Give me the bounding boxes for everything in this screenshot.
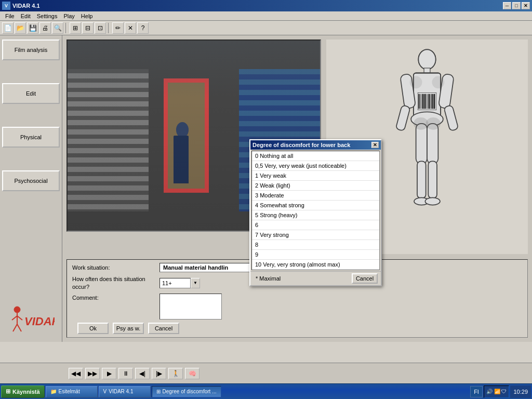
maximal-item[interactable]: * Maximal — [254, 275, 352, 282]
sidebar-item-film-analysis[interactable]: Film analysis — [2, 39, 60, 60]
list-item[interactable]: 7 Very strong — [252, 230, 379, 240]
rewind-button[interactable]: ◀◀ — [69, 368, 83, 379]
window-controls: ─ □ ✕ — [503, 2, 530, 9]
tray-icons: 🔊 📶 🛡 — [486, 389, 507, 394]
fast-forward-button[interactable]: ▶▶ — [85, 368, 100, 379]
svg-rect-32 — [428, 161, 437, 198]
taskbar-vidar[interactable]: V VIDAR 4.1 — [99, 386, 151, 397]
start-label: Käynnistä — [12, 389, 40, 395]
ok-button[interactable]: Ok — [77, 323, 109, 334]
dropdown-arrow-icon[interactable]: ▼ — [191, 278, 200, 288]
minimize-button[interactable]: ─ — [503, 2, 511, 9]
list-item[interactable]: 2 Weak (light) — [252, 181, 379, 191]
frequency-input[interactable]: 11+ — [159, 278, 191, 288]
svg-point-8 — [418, 49, 435, 69]
discomfort-dialog[interactable]: Degree of discomfort for lower back ✕ 0 … — [249, 139, 382, 286]
list-item[interactable]: 1 Very weak — [252, 171, 379, 181]
svg-line-5 — [17, 324, 21, 331]
comment-row: Comment: — [72, 294, 522, 320]
app-icon: V — [2, 2, 10, 10]
tool2-button[interactable]: ⊟ — [82, 22, 94, 34]
language-indicator[interactable]: FI — [470, 386, 483, 397]
taskbar-esitelmat[interactable]: 📁 Esitelmät — [46, 386, 98, 397]
svg-point-0 — [14, 307, 20, 313]
find-button[interactable]: 🔍 — [52, 22, 63, 34]
list-item[interactable]: 10 Very, very strong (almost max) — [252, 260, 379, 270]
sidebar-item-psychosocial[interactable]: Psychosocial — [2, 170, 60, 191]
frequency-dropdown[interactable]: 11+ ▼ — [159, 278, 200, 288]
delete-button[interactable]: ✕ — [125, 22, 136, 34]
menu-settings[interactable]: Settings — [34, 12, 61, 20]
tool1-button[interactable]: ⊞ — [70, 22, 81, 34]
comment-label: Comment: — [72, 295, 155, 301]
situation-value: Manual material handlin — [159, 263, 263, 272]
help-toolbar-button[interactable]: ? — [137, 22, 149, 34]
folder-icon: 📁 — [50, 389, 57, 394]
svg-point-35 — [410, 76, 422, 88]
toolbar: 📄 📂 💾 🖨 🔍 ⊞ ⊟ ⊡ ✏ ✕ ? — [0, 21, 532, 35]
menu-play[interactable]: Play — [60, 12, 77, 20]
tool3-button[interactable]: ⊡ — [95, 22, 106, 34]
cancel-button[interactable]: Cancel — [148, 323, 179, 334]
sidebar-item-physical[interactable]: Physical — [2, 127, 60, 148]
svg-line-2 — [12, 316, 17, 320]
dialog-cancel-button[interactable]: Cancel — [352, 273, 378, 284]
title-bar-text: VIDAR 4.1 — [12, 3, 40, 9]
vidar-taskbar-icon: V — [103, 389, 107, 394]
list-item[interactable]: 6 — [252, 220, 379, 230]
comment-box[interactable] — [159, 294, 222, 320]
menu-file[interactable]: File — [2, 12, 18, 20]
start-button[interactable]: ⊞ Käynnistä — [1, 385, 45, 398]
toolbar-sep1 — [65, 23, 68, 33]
system-tray: 🔊 📶 🛡 — [484, 385, 510, 398]
pause-button[interactable]: ⏸ — [118, 368, 133, 379]
menu-help[interactable]: Help — [78, 12, 96, 20]
vidar-logo: VIDAR — [8, 304, 55, 336]
taskbar-discomfort[interactable]: ⊞ Degree of discomfort ... — [152, 386, 221, 397]
save-button[interactable]: 💾 — [27, 22, 38, 34]
next-frame-button[interactable]: |▶ — [152, 368, 166, 379]
list-item[interactable]: 9 — [252, 250, 379, 260]
toolbar-sep2 — [108, 23, 110, 33]
maximize-button[interactable]: □ — [512, 2, 521, 9]
list-item[interactable]: 5 Strong (heavy) — [252, 210, 379, 220]
list-item[interactable]: 0,5 Very, very weak (just noticeable) — [252, 161, 379, 171]
svg-rect-9 — [424, 68, 430, 73]
person-view-button[interactable]: 🚶 — [168, 368, 183, 379]
sidebar-item-edit[interactable]: Edit — [2, 83, 60, 104]
situation-label: Work situation: — [72, 264, 155, 271]
new-button[interactable]: 📄 — [2, 22, 14, 34]
sidebar: Film analysis Edit Physical Psychosocial… — [0, 35, 62, 342]
menu-edit[interactable]: Edit — [18, 12, 34, 20]
list-item[interactable]: 3 Moderate — [252, 191, 379, 201]
main-layout: Film analysis Edit Physical Psychosocial… — [0, 35, 532, 342]
dialog-title-bar: Degree of discomfort for lower back ✕ — [250, 140, 381, 150]
list-item[interactable]: 4 Somewhat strong — [252, 201, 379, 210]
psy-as-w-button[interactable]: Psy as w. — [113, 323, 144, 334]
taskbar: ⊞ Käynnistä 📁 Esitelmät V VIDAR 4.1 ⊞ De… — [0, 383, 532, 399]
svg-point-38 — [426, 117, 441, 130]
dialog-close-button[interactable]: ✕ — [371, 142, 379, 148]
body-figure-svg — [370, 48, 484, 246]
list-item[interactable]: 0 Nothing at all — [252, 151, 379, 161]
clock: 10:29 — [510, 385, 531, 398]
svg-line-3 — [17, 316, 22, 320]
list-item[interactable]: 8 — [252, 240, 379, 250]
prev-frame-button[interactable]: ◀| — [135, 368, 150, 379]
open-button[interactable]: 📂 — [15, 22, 26, 34]
svg-point-36 — [432, 76, 445, 88]
pencil-button[interactable]: ✏ — [112, 22, 124, 34]
action-buttons: Ok Psy as w. Cancel — [77, 323, 522, 334]
brain-button[interactable]: 🧠 — [185, 368, 200, 379]
windows-icon: ⊞ — [6, 388, 10, 395]
playback-bar: ◀◀ ▶▶ ▶ ⏸ ◀| |▶ 🚶 🧠 — [0, 363, 532, 383]
svg-rect-31 — [417, 161, 426, 198]
dialog-list[interactable]: 0 Nothing at all 0,5 Very, very weak (ju… — [251, 151, 380, 270]
sidebar-spacer — [2, 193, 60, 300]
print-button[interactable]: 🖨 — [39, 22, 51, 34]
title-bar: V VIDAR 4.1 ─ □ ✕ — [0, 0, 532, 11]
play-button[interactable]: ▶ — [102, 368, 116, 379]
discomfort-taskbar-icon: ⊞ — [156, 389, 161, 394]
close-button[interactable]: ✕ — [522, 2, 530, 9]
svg-text:VIDAR: VIDAR — [24, 315, 55, 328]
